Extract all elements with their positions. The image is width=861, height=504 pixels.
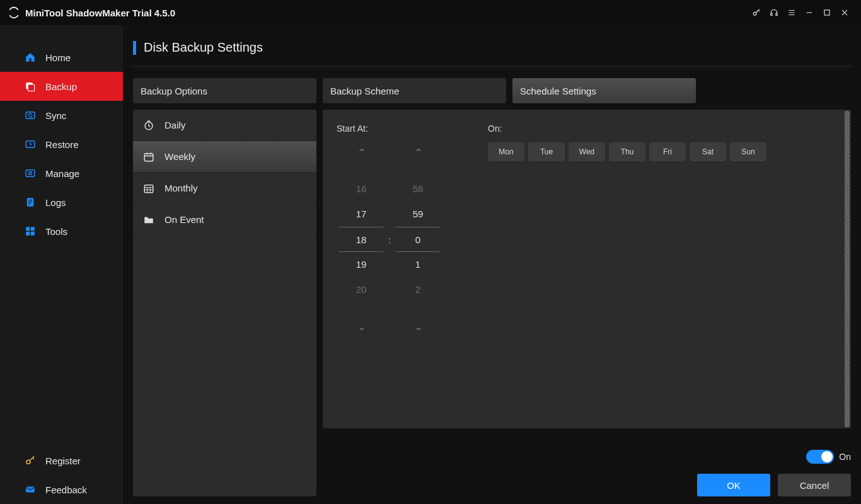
sidebar-item-logs[interactable]: Logs [0, 188, 123, 217]
sidebar-item-home[interactable]: Home [0, 43, 123, 72]
day-button-thu[interactable]: Thu [609, 142, 645, 161]
calendar-week-icon [142, 150, 156, 164]
app-title: MiniTool ShadowMaker Trial 4.5.0 [25, 8, 175, 18]
tools-icon [24, 225, 37, 238]
sidebar-item-register[interactable]: Register [0, 446, 123, 475]
hour-up-button[interactable] [349, 141, 374, 159]
svg-rect-5 [28, 84, 35, 91]
start-at-label: Start At: [337, 123, 450, 134]
clock-icon [142, 118, 156, 132]
on-label: On: [488, 123, 766, 134]
hour-plus2: 20 [339, 277, 383, 302]
day-button-sat[interactable]: Sat [690, 142, 726, 161]
day-button-tue[interactable]: Tue [528, 142, 565, 161]
sidebar-item-manage[interactable]: Manage [0, 159, 123, 188]
sidebar-item-label: Logs [45, 197, 66, 208]
schedule-config-panel: Start At: 16 17 18 19 20 [323, 110, 851, 428]
toggle-label: On [839, 452, 851, 462]
hour-selected: 18 [339, 227, 383, 252]
cancel-button[interactable]: Cancel [778, 474, 851, 496]
logs-icon [24, 196, 37, 209]
page-heading: Disk Backup Settings [133, 40, 851, 55]
ok-button[interactable]: OK [697, 474, 770, 496]
tab-schedule-settings[interactable]: Schedule Settings [512, 78, 696, 103]
sidebar: Home Backup Sync Restore Manage Logs Too… [0, 25, 123, 504]
minute-up-button[interactable] [406, 141, 431, 159]
schedule-mode-list: Daily Weekly Monthly On Event [133, 110, 316, 496]
app-logo-icon [8, 6, 20, 19]
sidebar-item-sync[interactable]: Sync [0, 101, 123, 130]
schedule-mode-onevent[interactable]: On Event [133, 204, 316, 236]
key-icon[interactable] [748, 4, 765, 21]
svg-rect-17 [31, 232, 35, 236]
svg-point-18 [26, 460, 30, 464]
day-button-wed[interactable]: Wed [569, 142, 605, 161]
minute-selected: 0 [396, 227, 440, 252]
svg-rect-14 [26, 227, 30, 231]
sidebar-item-restore[interactable]: Restore [0, 130, 123, 159]
content-area: Disk Backup Settings Backup Options Back… [123, 25, 861, 504]
schedule-mode-weekly[interactable]: Weekly [133, 141, 316, 173]
schedule-toggle[interactable]: On [806, 450, 851, 464]
svg-rect-3 [824, 10, 829, 15]
sidebar-item-backup[interactable]: Backup [0, 72, 123, 101]
hour-plus1: 19 [339, 252, 383, 277]
hour-wheel[interactable]: 16 17 18 19 20 [339, 176, 383, 302]
sidebar-item-label: Tools [45, 226, 67, 237]
schedule-mode-monthly[interactable]: Monthly [133, 173, 316, 204]
settings-tabs: Backup Options Backup Scheme Schedule Se… [133, 78, 851, 103]
minute-wheel[interactable]: 58 59 0 1 2 [396, 176, 440, 302]
day-button-fri[interactable]: Fri [649, 142, 686, 161]
svg-rect-8 [26, 170, 35, 177]
minute-plus1: 1 [396, 252, 440, 277]
svg-rect-19 [26, 487, 35, 493]
svg-rect-11 [28, 200, 32, 200]
on-days-section: On: Mon Tue Wed Thu Fri Sat Sun [488, 123, 766, 338]
calendar-month-icon [142, 181, 156, 195]
hour-down-button[interactable] [349, 320, 374, 338]
start-at-section: Start At: 16 17 18 19 20 [337, 123, 450, 338]
tab-backup-scheme[interactable]: Backup Scheme [323, 78, 506, 103]
sidebar-item-feedback[interactable]: Feedback [0, 475, 123, 504]
tab-backup-options[interactable]: Backup Options [133, 78, 316, 103]
schedule-mode-label: Weekly [165, 151, 195, 162]
schedule-mode-label: On Event [165, 214, 204, 225]
restore-icon [24, 138, 37, 151]
svg-rect-1 [771, 13, 772, 16]
day-button-sun[interactable]: Sun [730, 142, 766, 161]
sidebar-item-label: Feedback [45, 484, 87, 495]
sidebar-item-label: Home [45, 52, 71, 63]
heading-accent-bar [133, 41, 136, 55]
hour-minus2: 16 [339, 176, 383, 202]
svg-rect-12 [28, 202, 32, 202]
headset-icon[interactable] [765, 4, 783, 21]
panel-scrollbar[interactable] [845, 111, 850, 427]
toggle-switch-on[interactable] [806, 450, 834, 464]
hour-minus1: 17 [339, 202, 383, 227]
schedule-mode-label: Daily [165, 120, 185, 130]
menu-icon[interactable] [783, 4, 800, 21]
svg-rect-2 [776, 13, 777, 16]
sync-icon [24, 109, 37, 122]
folder-icon [142, 213, 156, 227]
sidebar-item-tools[interactable]: Tools [0, 217, 123, 246]
footer: On OK Cancel [133, 450, 851, 496]
time-colon: : [383, 234, 396, 245]
svg-point-9 [29, 172, 32, 175]
minimize-button[interactable] [800, 4, 818, 21]
close-button[interactable] [836, 4, 853, 21]
minute-minus1: 59 [396, 202, 440, 227]
svg-rect-21 [144, 153, 153, 161]
schedule-mode-daily[interactable]: Daily [133, 110, 316, 141]
sidebar-item-label: Sync [45, 110, 66, 121]
maximize-button[interactable] [818, 4, 836, 21]
minute-down-button[interactable] [406, 320, 431, 338]
sidebar-item-label: Manage [45, 168, 79, 179]
svg-point-0 [753, 12, 756, 15]
mail-icon [24, 483, 37, 496]
svg-rect-15 [31, 227, 35, 231]
page-title: Disk Backup Settings [144, 40, 263, 55]
schedule-mode-label: Monthly [165, 183, 198, 193]
minute-minus2: 58 [396, 176, 440, 202]
day-button-mon[interactable]: Mon [488, 142, 524, 161]
